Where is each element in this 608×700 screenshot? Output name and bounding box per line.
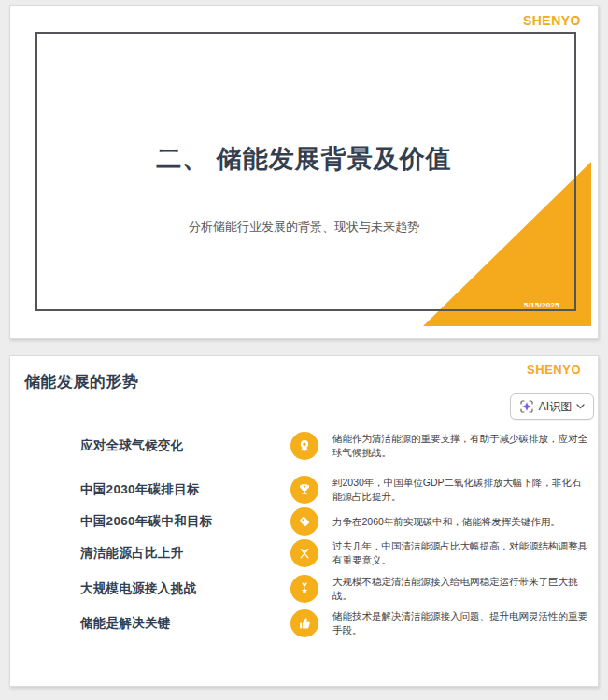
- item-label: 大规模电源接入挑战: [80, 580, 290, 597]
- tag-icon: [290, 507, 318, 536]
- item-label: 储能是解决关键: [80, 615, 290, 632]
- item-label: 应对全球气候变化: [80, 437, 290, 454]
- brand-logo: SHENYO: [527, 363, 581, 377]
- slide-title: 二、 储能发展背景及价值: [35, 142, 573, 176]
- slide-date: 5/15/2025: [524, 301, 559, 309]
- item-description: 力争在2060年前实现碳中和，储能将发挥关键作用。: [332, 515, 589, 529]
- medal-star-icon: [290, 575, 318, 603]
- list-item-storage-solution: 储能是解决关键 储能技术是解决清洁能源接入问题、提升电网灵活性的重要手段。: [80, 608, 589, 638]
- list-item-2030-target: 中国2030年碳排目标 到2030年，中国单位GDP二氧化碳排放大幅下降，非化石…: [80, 475, 589, 505]
- item-description: 储能技术是解决清洁能源接入问题、提升电网灵活性的重要手段。: [332, 609, 589, 637]
- ai-sparkle-scan-icon: [519, 399, 534, 414]
- list-item-climate: 应对全球气候变化 储能作为清洁能源的重要支撑，有助于减少碳排放，应对全球气候挑战…: [80, 431, 589, 461]
- award-rosette-icon: [290, 432, 318, 460]
- content-slide: 储能发展的形势 SHENYO AI识图 应对全球气候变化: [9, 355, 599, 687]
- corner-triangle-decoration: 5/15/2025: [423, 162, 591, 326]
- item-description: 到2030年，中国单位GDP二氧化碳排放大幅下降，非化石能源占比提升。: [332, 476, 589, 504]
- item-description: 过去几年，中国清洁能源占比大幅提高，对能源结构调整具有重要意义。: [332, 539, 589, 567]
- brand-logo: SHENYO: [523, 13, 581, 28]
- item-description: 大规模不稳定清洁能源接入给电网稳定运行带来了巨大挑战。: [332, 575, 589, 603]
- list-item-clean-energy-share: 清洁能源占比上升 过去几年，中国清洁能源占比大幅提高，对能源结构调整具有重要意义…: [80, 538, 589, 568]
- trophy-icon: [290, 476, 318, 504]
- item-label: 清洁能源占比上升: [80, 545, 290, 562]
- slide-title: 储能发展的形势: [24, 371, 139, 393]
- ai-recognize-image-button[interactable]: AI识图: [510, 393, 594, 420]
- thumbs-up-icon: [290, 609, 318, 637]
- item-description: 储能作为清洁能源的重要支撑，有助于减少碳排放，应对全球气候挑战。: [332, 432, 589, 460]
- item-label: 中国2030年碳排目标: [80, 481, 290, 498]
- crossed-flags-icon: [290, 539, 318, 567]
- slide-subtitle: 分析储能行业发展的背景、现状与未来趋势: [35, 219, 573, 236]
- title-slide: SHENYO 5/15/2025 二、 储能发展背景及价值 分析储能行业发展的背…: [9, 5, 599, 339]
- list-item-2060-target: 中国2060年碳中和目标 力争在2060年前实现碳中和，储能将发挥关键作用。: [80, 507, 589, 536]
- ai-button-label: AI识图: [539, 399, 572, 415]
- list-item-grid-challenge: 大规模电源接入挑战 大规模不稳定清洁能源接入给电网稳定运行带来了巨大挑战。: [80, 574, 589, 604]
- chevron-down-icon: [576, 404, 585, 409]
- item-label: 中国2060年碳中和目标: [80, 513, 290, 530]
